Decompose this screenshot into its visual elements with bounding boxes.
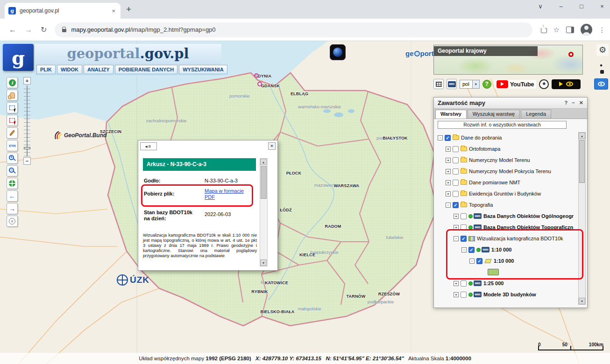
tree-expander[interactable]: + (446, 169, 451, 174)
layer-row[interactable]: +Ewidencja Gruntów i Budynków (434, 188, 587, 199)
refresh-icon[interactable]: ↻ (41, 25, 47, 34)
layer-row[interactable]: -✓1:10 000 (434, 255, 587, 266)
layer-checkbox[interactable] (453, 168, 459, 175)
layer-row[interactable]: +Numeryczny Model Terenu (434, 154, 587, 166)
layer-row[interactable]: -✓Dane do pobrania (434, 132, 587, 143)
menu-analizy[interactable]: ANALIZY (84, 65, 113, 74)
window-maximize-icon[interactable]: □ (578, 3, 585, 10)
layer-checkbox[interactable]: ✓ (461, 236, 467, 242)
tree-expander[interactable]: + (454, 292, 459, 297)
panel-help-icon[interactable]: ? (565, 100, 568, 106)
tree-expander[interactable]: - (446, 203, 451, 208)
menu-pobieranie-danych[interactable]: POBIERANIE DANYCH (115, 65, 178, 74)
panel-scrollbar[interactable]: ▲ ▼ (578, 132, 586, 305)
zoom-in-tool[interactable]: + (7, 153, 18, 164)
popup-close-button[interactable]: ✕ (268, 142, 276, 150)
tree-expander[interactable]: - (469, 259, 475, 264)
window-minimize-icon[interactable]: – (558, 3, 564, 10)
next-view-tool[interactable]: → (7, 203, 18, 214)
layer-checkbox[interactable] (461, 280, 467, 287)
scroll-up-icon[interactable]: ▲ (260, 159, 267, 165)
overview-map[interactable]: Geoportal krajowy (433, 45, 583, 75)
scroll-down-icon[interactable]: ▼ (260, 259, 267, 266)
tab-close-icon[interactable]: × (110, 7, 117, 14)
layer-checkbox[interactable] (453, 157, 459, 163)
dark-globe-button[interactable] (330, 44, 346, 60)
zoom-slider-handle[interactable] (24, 147, 30, 149)
layer-checkbox[interactable] (461, 292, 467, 298)
panel-minimize-icon[interactable]: − (572, 100, 575, 106)
new-tab-button[interactable]: + (126, 4, 131, 14)
layer-row[interactable]: +Ortofotomapa (434, 143, 587, 154)
window-menu-caret-icon[interactable]: ∨ (537, 3, 544, 10)
small-square-icon[interactable] (600, 70, 604, 74)
youtube-button[interactable]: YouTube (494, 80, 537, 89)
expand-all-layers-button[interactable]: Rozwiń inf. o wszystkich warstwach (438, 121, 567, 129)
zoom-slider-track[interactable] (24, 85, 30, 156)
menu-widok[interactable]: WIDOK (57, 65, 82, 74)
settings-gear-button[interactable]: ⚙ (596, 44, 609, 56)
layer-checkbox[interactable]: ✓ (453, 202, 459, 208)
forward-icon[interactable]: → (25, 26, 32, 34)
layer-row[interactable]: +Dane pomiarowe NMT (434, 177, 587, 188)
tree-expander[interactable]: + (454, 214, 459, 219)
scrollbar-thumb[interactable] (579, 140, 585, 183)
previous-view-tool[interactable]: ← (7, 190, 18, 202)
tree-expander[interactable]: - (438, 135, 443, 140)
tree-expander[interactable]: + (446, 180, 451, 185)
bookmark-star-icon[interactable]: ☆ (553, 26, 560, 34)
zoom-slider-minus-button[interactable]: − (23, 157, 31, 165)
help-button[interactable]: ? (482, 80, 491, 89)
layer-checkbox[interactable] (461, 224, 467, 231)
tree-expander[interactable]: + (446, 191, 451, 196)
deselect-rect-tool[interactable] (7, 115, 18, 126)
popup-collapse-button[interactable]: ◂≡ (140, 142, 157, 150)
wms-tool-button[interactable]: WMS (447, 79, 457, 89)
pan-tool[interactable] (7, 90, 18, 101)
download-pdf-link[interactable]: Mapa w formacie PDF (205, 188, 251, 200)
layer-row[interactable]: +WMS1:25 000 (434, 278, 587, 289)
share-icon[interactable] (541, 28, 547, 33)
menu-wyszukiwania[interactable]: WYSZUKIWANIA (179, 65, 227, 74)
layer-checkbox[interactable] (453, 180, 459, 186)
layer-checkbox[interactable] (461, 213, 467, 219)
layer-checkbox[interactable] (453, 191, 459, 197)
info-tool[interactable]: i (7, 77, 18, 88)
panel-close-icon[interactable]: ✕ (579, 100, 583, 106)
tree-expander[interactable]: - (454, 236, 459, 241)
zoom-out-tool[interactable]: − (7, 165, 18, 176)
select-rect-tool[interactable] (7, 102, 18, 113)
coordinates-xyh-tool[interactable]: XYH (7, 140, 18, 151)
tree-expander[interactable]: + (446, 147, 451, 152)
scrollbar-thumb[interactable] (261, 166, 267, 199)
layer-checkbox[interactable]: ✓ (445, 135, 451, 141)
browser-menu-icon[interactable]: ⋮ (599, 26, 605, 34)
layer-row[interactable]: +WMSBaza Danych Obiektów Topograficzn (434, 222, 587, 233)
profile-avatar[interactable] (581, 24, 592, 35)
popup-scrollbar[interactable]: ▲ ▼ (260, 158, 268, 266)
scroll-down-icon[interactable]: ▼ (579, 298, 585, 304)
layer-row[interactable]: -✓WMS1:10 000 (434, 244, 587, 255)
layer-checkbox[interactable]: ✓ (476, 258, 482, 264)
layer-row[interactable]: +WMSModele 3D budynków (434, 289, 587, 300)
layer-row[interactable]: -✓Wizualizacja kartograficzna BDOT10k (434, 233, 587, 244)
full-extent-tool[interactable] (7, 178, 18, 189)
layer-checkbox[interactable] (453, 146, 459, 152)
language-select[interactable]: pol ▾ (460, 80, 480, 89)
tree-expander[interactable]: + (446, 158, 451, 163)
layer-row[interactable]: +Numeryczny Model Pokrycia Terenu (434, 166, 587, 177)
layer-row[interactable]: +WMSBaza Danych Obiektów Ogólnogeogr (434, 210, 587, 222)
measure-tool[interactable] (7, 127, 18, 139)
tab-legenda[interactable]: Legenda (521, 110, 551, 119)
tree-expander[interactable]: + (454, 281, 459, 286)
tree-expander[interactable]: - (461, 247, 467, 252)
back-icon[interactable]: ← (9, 26, 16, 34)
side-panel-icon[interactable] (566, 27, 574, 33)
clear-selection-tool[interactable]: ✕ (7, 216, 18, 227)
compass-wheel-button[interactable]: * (539, 79, 549, 89)
visibility-button[interactable] (594, 78, 608, 90)
layer-checkbox[interactable]: ✓ (468, 247, 475, 253)
scroll-up-icon[interactable]: ▲ (579, 133, 585, 139)
legend-swatch-row[interactable] (434, 266, 587, 278)
toolbar-visibility-toggle[interactable] (552, 79, 581, 89)
